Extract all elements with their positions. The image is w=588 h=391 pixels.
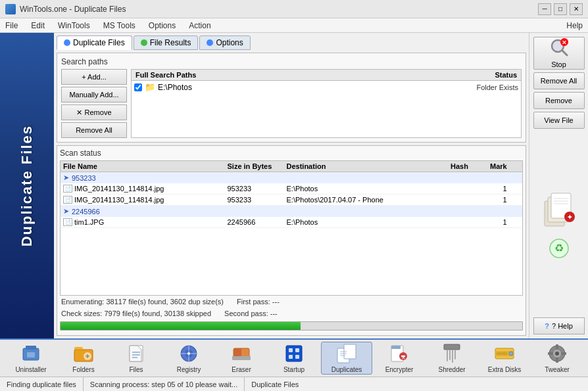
tool-label-registry: Registry [177, 366, 201, 373]
col-header-size: Size in Bytes [228, 162, 287, 170]
close-button[interactable]: ✕ [570, 3, 583, 15]
tool-startup[interactable]: Startup [268, 342, 320, 375]
sidebar: Duplicate Files [0, 33, 54, 338]
menu-bar: File Edit WinTools MS Tools Options Acti… [0, 18, 588, 33]
scan-panel: Scan status File Name Size in Bytes Dest… [57, 145, 526, 336]
maximize-button[interactable]: □ [554, 3, 567, 15]
scan-row-1-0: 📄 tim1.JPG 2245966 E:\Photos 1 [61, 217, 522, 228]
menu-help[interactable]: Help [564, 20, 585, 32]
right-remove-button[interactable]: Remove [533, 92, 585, 109]
group-arrow-0: ➤ [63, 173, 69, 182]
status-line1-right: First pass: --- [237, 298, 280, 306]
decorative-documents-icon: ✦ [539, 188, 579, 234]
paths-table-header: Full Search Paths Status [132, 70, 521, 81]
tool-folders[interactable]: Folders [58, 342, 109, 375]
tool-uninstaller[interactable]: Uninstaller [5, 342, 57, 375]
tool-tweaker[interactable]: Tweaker [531, 342, 583, 375]
encrypter-icon: ✕ [389, 343, 410, 364]
scan-dest-0-1: E:\Photos\2017.04.07 - Phone [287, 196, 451, 204]
menu-options[interactable]: Options [146, 20, 178, 32]
col-header-destination: Destination [287, 162, 451, 170]
menu-action[interactable]: Action [186, 20, 213, 32]
scan-mark-1-0: 1 [490, 218, 520, 226]
manually-add-button[interactable]: Manually Add... [61, 87, 127, 103]
path-checkbox-0[interactable] [134, 83, 142, 91]
svg-rect-51 [452, 350, 453, 363]
scan-table: File Name Size in Bytes Destination Hash… [60, 160, 523, 296]
svg-text:♻: ♻ [554, 242, 564, 254]
menu-edit[interactable]: Edit [28, 20, 47, 32]
right-view-file-button[interactable]: View File [533, 112, 585, 129]
tool-registry[interactable]: Registry [163, 342, 214, 375]
file-icon-1-0: 📄 [63, 218, 72, 226]
tab-label-fileresults: File Results [150, 38, 191, 47]
svg-rect-32 [232, 356, 251, 360]
menu-mstools[interactable]: MS Tools [101, 20, 138, 32]
right-panel: ✕ Stop Remove All Remove View File ✦ [529, 33, 588, 338]
progress-bar-container [60, 321, 523, 331]
stop-button[interactable]: ✕ Stop [533, 37, 585, 70]
svg-rect-37 [295, 355, 299, 359]
remove-button[interactable]: ✕ Remove [61, 104, 127, 120]
tab-options[interactable]: Options [199, 35, 250, 50]
right-remove-all-button[interactable]: Remove All [533, 72, 585, 89]
scan-size-0-1: 953233 [228, 196, 287, 204]
svg-rect-61 [548, 352, 553, 355]
uninstaller-icon [20, 343, 41, 364]
scan-size-0-0: 953233 [228, 185, 287, 193]
content-area: Duplicate Files File Results Options Sea… [54, 33, 529, 338]
tab-file-results[interactable]: File Results [134, 35, 199, 50]
tool-duplicates[interactable]: Duplicates [321, 342, 372, 375]
stop-label: Stop [551, 60, 566, 68]
tool-label-duplicates: Duplicates [331, 366, 362, 373]
tool-extra-disks[interactable]: Extra Disks [479, 342, 530, 375]
menu-wintools[interactable]: WinTools [55, 20, 93, 32]
file-icon-0-1: 📄 [63, 196, 72, 204]
tab-label-duplicates: Duplicate Files [73, 38, 125, 47]
col-header-filename: File Name [63, 162, 228, 170]
help-button[interactable]: ? ? Help [533, 317, 585, 334]
svg-rect-44 [391, 346, 401, 349]
scan-mark-0-0: 1 [490, 185, 520, 193]
tool-label-tweaker: Tweaker [545, 366, 570, 373]
scan-panel-title: Scan status [60, 149, 523, 158]
tool-shredder[interactable]: Shredder [426, 342, 478, 375]
tool-label-eraser: Eraser [232, 366, 251, 373]
menu-file[interactable]: File [3, 20, 20, 32]
tool-label-startup: Startup [283, 366, 305, 373]
tool-files[interactable]: Files [110, 342, 162, 375]
status-line1-left: Enumerating: 38117 file(s) found, 3602 d… [61, 298, 224, 306]
svg-rect-60 [556, 357, 558, 363]
svg-text:✕: ✕ [562, 39, 567, 46]
duplicates-icon [336, 343, 357, 364]
extra-disks-icon [494, 343, 515, 364]
group-id-0: 953233 [72, 174, 96, 182]
group-row-0: ➤ 953233 [61, 172, 522, 183]
col-header-mark: Mark [490, 162, 520, 170]
remove-all-button[interactable]: Remove All [61, 122, 127, 138]
col-status: Status [495, 71, 517, 79]
group-arrow-1: ➤ [63, 207, 69, 216]
tool-eraser[interactable]: Eraser [216, 342, 267, 375]
svg-rect-56 [497, 352, 507, 355]
tool-encrypter[interactable]: ✕ Encrypter [374, 342, 425, 375]
tab-duplicate-files[interactable]: Duplicate Files [57, 35, 132, 50]
status-left: Finding duplicate files [4, 377, 84, 391]
minimize-button[interactable]: ─ [538, 3, 551, 15]
folder-icon-0: 📁 [145, 82, 155, 92]
scan-file-0-0: 📄 IMG_20141130_114814.jpg [63, 185, 228, 193]
svg-rect-48 [444, 344, 460, 350]
recycle-icon: ♻ [549, 238, 570, 259]
folders-icon [73, 343, 94, 364]
tab-dot-fileresults [141, 39, 147, 46]
group-id-1: 2245966 [72, 208, 100, 216]
paths-table: Full Search Paths Status 📁 E:\Photos Fol… [131, 69, 522, 138]
scan-file-1-0: 📄 tim1.JPG [63, 218, 228, 226]
add-button[interactable]: + Add... [61, 69, 127, 85]
status-bar: Finding duplicate files Scanning process… [0, 377, 588, 391]
path-row-0: 📁 E:\Photos Folder Exists [132, 81, 521, 93]
sidebar-label: Duplicate Files [18, 125, 36, 246]
tool-label-shredder: Shredder [438, 366, 465, 373]
svg-rect-52 [454, 350, 456, 359]
scan-row-0-1: 📄 IMG_20141130_114814.jpg 953233 E:\Phot… [61, 195, 522, 206]
